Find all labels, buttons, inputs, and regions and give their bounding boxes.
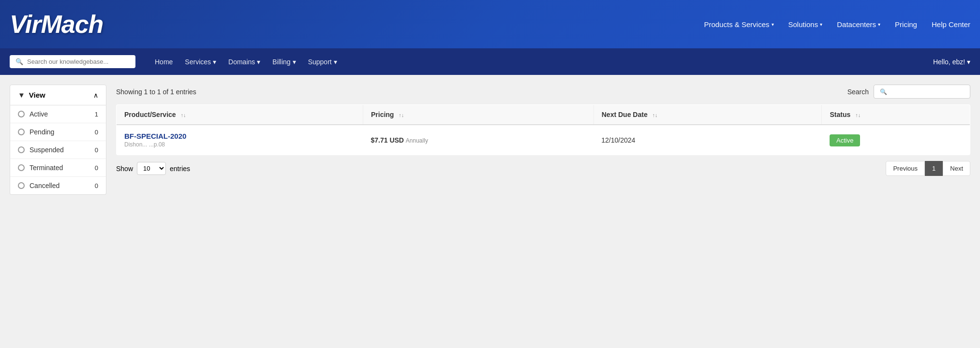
- sidebar-count-suspended: 0: [95, 146, 98, 154]
- sidebar-items-list: Active 1 Pending 0 Suspended 0 Terminate…: [10, 105, 106, 195]
- sidebar-count-active: 1: [95, 111, 98, 118]
- chevron-down-icon: ▾: [772, 22, 774, 27]
- sidebar-count-cancelled: 0: [95, 182, 98, 189]
- show-label: Show: [116, 165, 133, 173]
- pagination: Previous 1 Next: [886, 161, 970, 176]
- services-table: Product/Service ↑↓ Pricing ↑↓ Next Due D…: [116, 104, 970, 155]
- table-header-bar: Showing 1 to 1 of 1 entries Search 🔍: [116, 85, 970, 99]
- radio-terminated[interactable]: [18, 164, 25, 171]
- next-button[interactable]: Next: [943, 161, 970, 176]
- knowledgebase-search-box[interactable]: 🔍: [10, 55, 135, 68]
- cell-product: BF-SPECIAL-2020 Dishon... ...p.08: [117, 125, 363, 155]
- col-next-due-date[interactable]: Next Due Date ↑↓: [594, 105, 822, 125]
- table-footer: Show 10 25 50 100 entries Previous 1 Nex…: [116, 161, 970, 176]
- sidebar-item-terminated[interactable]: Terminated 0: [10, 159, 106, 177]
- main-content: ▼ View ∧ Active 1 Pending 0 Suspended 0: [0, 75, 980, 348]
- top-nav-links: Products & Services ▾ Solutions ▾ Datace…: [704, 20, 970, 29]
- top-navbar: VirMach Products & Services ▾ Solutions …: [0, 0, 980, 48]
- sidebar-item-pending[interactable]: Pending 0: [10, 123, 106, 141]
- sort-icon[interactable]: ↑↓: [653, 112, 658, 118]
- product-name[interactable]: BF-SPECIAL-2020: [124, 132, 355, 140]
- show-entries-control: Show 10 25 50 100 entries: [116, 162, 190, 175]
- table-search-input[interactable]: [890, 88, 964, 95]
- sidebar-item-suspended[interactable]: Suspended 0: [10, 141, 106, 159]
- filter-icon: ▼: [18, 91, 25, 99]
- previous-button[interactable]: Previous: [886, 161, 925, 176]
- sidebar-view-label: View: [29, 91, 45, 99]
- page-1-button[interactable]: 1: [925, 161, 943, 176]
- sidebar-count-pending: 0: [95, 129, 98, 136]
- radio-suspended[interactable]: [18, 146, 25, 153]
- nav-home[interactable]: Home: [155, 58, 173, 66]
- chevron-down-icon: ▾: [878, 22, 880, 27]
- col-status[interactable]: Status ↑↓: [822, 105, 970, 125]
- sidebar-label-active: Active: [30, 110, 90, 118]
- cell-status: Active: [822, 125, 970, 155]
- sidebar-item-cancelled[interactable]: Cancelled 0: [10, 177, 106, 194]
- price-period: Annually: [406, 137, 428, 144]
- sidebar-label-suspended: Suspended: [30, 146, 90, 154]
- sidebar-item-active[interactable]: Active 1: [10, 105, 106, 123]
- nav-solutions[interactable]: Solutions ▾: [788, 20, 823, 29]
- search-icon: 🔍: [15, 58, 23, 65]
- table-search-box[interactable]: 🔍: [874, 85, 970, 99]
- sort-icon[interactable]: ↑↓: [855, 112, 861, 118]
- col-pricing[interactable]: Pricing ↑↓: [363, 105, 594, 125]
- nav-datacenters[interactable]: Datacenters ▾: [837, 20, 880, 29]
- search-icon: 🔍: [880, 88, 887, 95]
- search-label: Search: [847, 88, 869, 96]
- col-product-service[interactable]: Product/Service ↑↓: [117, 105, 363, 125]
- cell-due-date: 12/10/2024: [594, 125, 822, 155]
- nav-support[interactable]: Support ▾: [308, 58, 337, 66]
- sidebar-label-terminated: Terminated: [30, 164, 90, 172]
- nav-services[interactable]: Services ▾: [185, 58, 216, 66]
- sort-icon[interactable]: ↑↓: [399, 112, 404, 118]
- radio-pending[interactable]: [18, 129, 25, 135]
- chevron-down-icon: ▾: [213, 58, 216, 66]
- chevron-down-icon: ▾: [334, 58, 337, 66]
- radio-active[interactable]: [18, 111, 25, 117]
- price-amount: $7.71 USD: [371, 136, 403, 144]
- table-area: Showing 1 to 1 of 1 entries Search 🔍 Pro…: [116, 85, 970, 338]
- sidebar-label-pending: Pending: [30, 128, 90, 136]
- cell-pricing: $7.71 USD Annually: [363, 125, 594, 155]
- nav-products-services[interactable]: Products & Services ▾: [704, 20, 773, 29]
- chevron-up-icon: ∧: [93, 91, 98, 99]
- chevron-down-icon: ▾: [293, 58, 296, 66]
- chevron-down-icon: ▾: [967, 58, 970, 66]
- secondary-nav-links: Home Services ▾ Domains ▾ Billing ▾ Supp…: [155, 58, 337, 66]
- table-search-area: Search 🔍: [847, 85, 970, 99]
- table-row[interactable]: BF-SPECIAL-2020 Dishon... ...p.08 $7.71 …: [117, 125, 970, 155]
- sidebar-label-cancelled: Cancelled: [30, 182, 90, 189]
- knowledgebase-search-input[interactable]: [27, 58, 130, 65]
- sidebar: ▼ View ∧ Active 1 Pending 0 Suspended 0: [10, 85, 106, 338]
- chevron-down-icon: ▾: [820, 22, 822, 27]
- nav-help-center[interactable]: Help Center: [932, 20, 970, 29]
- radio-cancelled[interactable]: [18, 182, 25, 189]
- showing-entries-text: Showing 1 to 1 of 1 entries: [116, 88, 196, 96]
- chevron-down-icon: ▾: [257, 58, 260, 66]
- product-sub: Dishon... ...p.08: [124, 141, 355, 148]
- nav-billing[interactable]: Billing ▾: [272, 58, 296, 66]
- nav-domains[interactable]: Domains ▾: [228, 58, 260, 66]
- status-badge: Active: [830, 134, 860, 146]
- sidebar-count-terminated: 0: [95, 164, 98, 172]
- sort-icon[interactable]: ↑↓: [181, 112, 186, 118]
- sidebar-view-header: ▼ View ∧: [10, 85, 106, 105]
- nav-pricing[interactable]: Pricing: [895, 20, 917, 29]
- secondary-navbar: 🔍 Home Services ▾ Domains ▾ Billing ▾ Su…: [0, 48, 980, 75]
- table-header-row: Product/Service ↑↓ Pricing ↑↓ Next Due D…: [117, 105, 970, 125]
- user-greeting[interactable]: Hello, ebz! ▾: [933, 58, 970, 66]
- entries-per-page-select[interactable]: 10 25 50 100: [137, 162, 166, 175]
- entries-label: entries: [170, 165, 190, 173]
- site-logo[interactable]: VirMach: [10, 10, 103, 39]
